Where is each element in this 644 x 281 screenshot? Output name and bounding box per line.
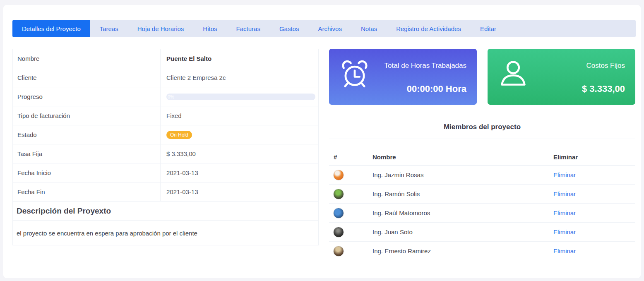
members-table-header: # Nombre Eliminar: [329, 149, 635, 166]
table-row: Estado On Hold: [13, 125, 318, 144]
members-table-body: Ing. Jazmin Rosas Eliminar Ing. Ramón So…: [329, 166, 635, 261]
detail-label-tasa-fija: Tasa Fija: [13, 144, 161, 163]
detail-label-nombre: Nombre: [13, 49, 161, 68]
table-row: Nombre Puente El Salto: [13, 49, 318, 68]
total-hours-value: 00:00:00 Hora: [407, 84, 466, 94]
fixed-costs-title: Costos Fijos: [586, 62, 625, 70]
members-divider: [329, 139, 635, 139]
member-row: Ing. Raúl Matomoros Eliminar: [329, 204, 635, 223]
detail-value-fecha-inicio: 2021-03-13: [161, 163, 318, 182]
total-hours-card: Total de Horas Trabajadas 00:00:00 Hora: [329, 49, 477, 105]
member-row: Ing. Jazmin Rosas Eliminar: [329, 166, 635, 185]
member-name: Ing. Raúl Matomoros: [372, 209, 430, 216]
column-header-nombre: Nombre: [372, 154, 396, 161]
table-row: Cliente Cliente 2 Empresa 2c: [13, 68, 318, 87]
members-section-title: Miembros del proyecto: [329, 123, 635, 131]
detail-value-tasa-fija: $ 3.333,00: [161, 144, 318, 163]
member-row: Ing. Ramón Solis Eliminar: [329, 185, 635, 204]
progress-value: 0%: [168, 94, 174, 100]
tab-registro-de-actividades[interactable]: Registro de Actividades: [387, 20, 471, 37]
detail-label-cliente: Cliente: [13, 68, 161, 87]
status-badge: On Hold: [166, 131, 192, 139]
avatar: [333, 208, 344, 219]
detail-value-tipo-facturacion: Fixed: [161, 106, 318, 125]
description-title: Descripción del Proyexto: [13, 202, 318, 221]
person-icon: [497, 58, 529, 89]
member-name: Ing. Juan Soto: [372, 228, 413, 235]
detail-label-fecha-fin: Fecha Fin: [13, 183, 161, 201]
project-tabbar: Detalles del Proyecto Tareas Hoja de Hor…: [12, 20, 636, 37]
tab-detalles-del-proyecto[interactable]: Detalles del Proyecto: [12, 20, 90, 37]
tab-editar[interactable]: Editar: [471, 20, 506, 37]
eliminar-link[interactable]: Eliminar: [553, 247, 576, 255]
tab-facturas[interactable]: Facturas: [227, 20, 270, 37]
total-hours-title: Total de Horas Trabajadas: [384, 62, 466, 70]
tab-hoja-de-horarios[interactable]: Hoja de Horarios: [128, 20, 194, 37]
avatar: [333, 246, 344, 257]
avatar: [333, 227, 344, 238]
table-row: Fecha Inicio 2021-03-13: [13, 163, 318, 183]
eliminar-link[interactable]: Eliminar: [553, 228, 576, 235]
fixed-costs-value: $ 3.333,00: [582, 84, 625, 94]
avatar: [333, 170, 344, 180]
eliminar-link[interactable]: Eliminar: [553, 171, 576, 178]
project-detail-card: Detalles del Proyecto Tareas Hoja de Hor…: [3, 5, 641, 278]
detail-value-fecha-fin: 2021-03-13: [161, 183, 318, 201]
eliminar-link[interactable]: Eliminar: [553, 190, 576, 197]
detail-label-tipo-facturacion: Tipo de facturación: [13, 106, 161, 125]
member-row: Ing. Ernesto Ramirez Eliminar: [329, 242, 635, 261]
detail-label-progreso: Progreso: [13, 87, 161, 106]
table-row: Progreso 0%: [13, 87, 318, 106]
tab-hitos[interactable]: Hitos: [193, 20, 226, 37]
eliminar-link[interactable]: Eliminar: [553, 209, 576, 216]
progress-bar: 0%: [166, 94, 315, 100]
fixed-costs-card: Costos Fijos $ 3.333,00: [488, 49, 635, 105]
project-details-table: Nombre Puente El Salto Cliente Cliente 2…: [12, 49, 319, 245]
alarm-clock-icon: [339, 58, 370, 89]
detail-label-estado: Estado: [13, 125, 161, 144]
detail-value-nombre: Puente El Salto: [161, 49, 318, 68]
tab-notas[interactable]: Notas: [351, 20, 387, 37]
description-text: el proyecto se encuentra en espera para …: [13, 221, 318, 245]
avatar: [333, 189, 344, 199]
member-row: Ing. Juan Soto Eliminar: [329, 223, 635, 242]
tab-gastos[interactable]: Gastos: [270, 20, 309, 37]
tab-tareas[interactable]: Tareas: [90, 20, 128, 37]
table-row: Tipo de facturación Fixed: [13, 106, 318, 125]
member-name: Ing. Ernesto Ramirez: [372, 247, 431, 255]
tab-archivos[interactable]: Archivos: [308, 20, 351, 37]
member-name: Ing. Ramón Solis: [372, 190, 420, 197]
table-row: Fecha Fin 2021-03-13: [13, 183, 318, 202]
member-name: Ing. Jazmin Rosas: [372, 171, 423, 178]
table-row: Tasa Fija $ 3.333,00: [13, 144, 318, 163]
column-header-eliminar: Eliminar: [553, 154, 578, 161]
detail-value-cliente: Cliente 2 Empresa 2c: [161, 68, 318, 87]
column-header-index: #: [334, 154, 337, 161]
detail-label-fecha-inicio: Fecha Inicio: [13, 163, 161, 182]
